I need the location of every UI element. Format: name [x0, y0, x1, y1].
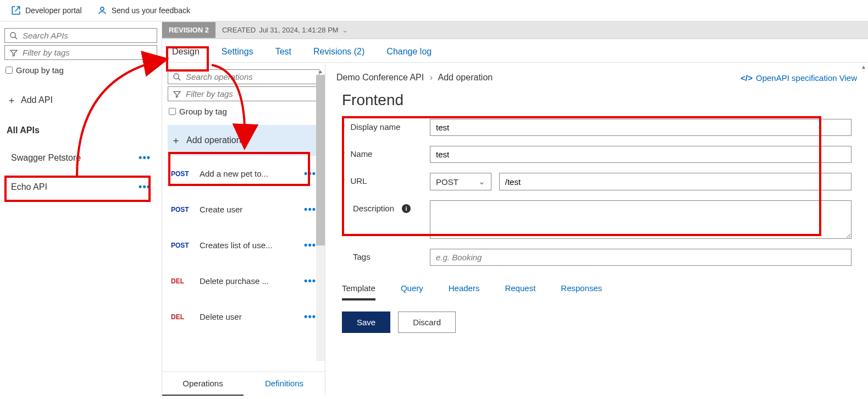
filter-operations-input[interactable] [186, 89, 314, 99]
filter-apis-box[interactable] [4, 45, 157, 60]
url-path-input[interactable] [499, 173, 852, 190]
tab-definitions[interactable]: Definitions [244, 372, 325, 396]
more-icon[interactable]: ••• [139, 152, 151, 163]
filter-apis-input[interactable] [23, 48, 152, 57]
main-content: Demo Conference API › Add operation </> … [325, 63, 868, 396]
method-badge: DEL [171, 313, 192, 321]
external-link-icon [11, 6, 21, 15]
add-operation-button[interactable]: ＋ Add operation [168, 125, 319, 156]
ops-group-by-tag-checkbox[interactable]: Group by tag [168, 103, 319, 119]
operation-name: Add a new pet to... [200, 169, 268, 178]
subtab-template[interactable]: Template [342, 283, 375, 300]
operation-item[interactable]: POST Creates list of use... ••• [168, 227, 319, 263]
discard-button[interactable]: Discard [398, 311, 456, 333]
group-by-tag-checkbox[interactable]: Group by tag [4, 62, 157, 78]
method-badge: POST [171, 170, 192, 178]
chevron-down-icon: ⌄ [342, 26, 348, 34]
api-item-echo-api[interactable]: Echo API ••• [4, 173, 157, 200]
info-icon[interactable]: i [402, 204, 411, 213]
tab-revisions[interactable]: Revisions (2) [313, 47, 364, 57]
api-item-label: Swagger Petstore [11, 153, 81, 163]
developer-portal-link[interactable]: Developer portal [11, 6, 82, 15]
method-badge: POST [171, 242, 192, 249]
feedback-link[interactable]: Send us your feedback [97, 6, 190, 15]
created-value: Jul 31, 2024, 1:41:28 PM [259, 26, 339, 34]
tab-settings[interactable]: Settings [222, 47, 253, 57]
feedback-label: Send us your feedback [112, 6, 190, 15]
group-by-tag-input[interactable] [5, 67, 13, 74]
tags-input[interactable] [430, 249, 852, 266]
required-indicator: * [342, 177, 345, 185]
all-apis-heading[interactable]: All APIs [4, 122, 157, 142]
description-input[interactable] [430, 200, 852, 239]
more-icon[interactable]: ••• [304, 311, 316, 323]
operation-item[interactable]: DEL Delete user ••• [168, 299, 319, 335]
revision-badge: REVISION 2 [162, 22, 215, 38]
required-indicator: * [342, 123, 345, 132]
ops-group-by-tag-input[interactable] [169, 108, 176, 115]
search-icon [173, 73, 181, 81]
subtab-query[interactable]: Query [401, 283, 423, 300]
method-badge: POST [171, 206, 192, 214]
created-label: CREATED [222, 26, 256, 34]
required-indicator: * [342, 150, 345, 158]
url-method-select[interactable]: POST ⌄ [430, 173, 491, 190]
plus-icon: ＋ [7, 94, 16, 107]
operation-item[interactable]: POST Add a new pet to... ••• [168, 156, 319, 192]
description-label: Description [353, 204, 394, 213]
developer-portal-label: Developer portal [25, 6, 82, 15]
breadcrumb-api[interactable]: Demo Conference API [336, 73, 424, 82]
api-sidebar: Group by tag ＋ Add API All APIs Swagger … [0, 21, 162, 396]
more-icon[interactable]: ••• [304, 204, 316, 215]
svg-point-1 [10, 32, 15, 37]
search-operations-box[interactable] [168, 69, 319, 84]
more-icon[interactable]: ••• [304, 168, 316, 179]
operations-panel: Group by tag ＋ Add operation POST Add a … [162, 63, 325, 396]
search-apis-input[interactable] [23, 31, 152, 40]
openapi-spec-link[interactable]: </> OpenAPI specification View [740, 73, 857, 83]
ops-group-by-tag-label: Group by tag [179, 107, 227, 116]
breadcrumb-current: Add operation [438, 73, 493, 82]
search-operations-input[interactable] [186, 72, 314, 81]
openapi-spec-label: OpenAPI specification View [756, 73, 857, 83]
display-name-input[interactable] [430, 119, 852, 136]
frontend-heading: Frontend [342, 91, 852, 109]
more-icon[interactable]: ••• [304, 275, 316, 287]
add-api-label: Add API [21, 95, 53, 105]
more-icon[interactable]: ••• [304, 239, 316, 251]
group-by-tag-label: Group by tag [16, 65, 64, 75]
main-scrollbar: ▲ [859, 63, 868, 396]
svg-point-2 [174, 74, 179, 79]
subtab-responses[interactable]: Responses [561, 283, 602, 300]
method-badge: DEL [171, 277, 192, 285]
revision-created[interactable]: CREATED Jul 31, 2024, 1:41:28 PM ⌄ [215, 26, 355, 34]
tab-design[interactable]: Design [172, 47, 200, 57]
search-icon [9, 31, 18, 40]
save-button[interactable]: Save [342, 311, 390, 333]
tab-operations[interactable]: Operations [162, 372, 244, 396]
scroll-up-icon: ▲ [859, 63, 868, 70]
operation-name: Delete user [200, 312, 242, 321]
add-api-button[interactable]: ＋ Add API [4, 80, 157, 120]
code-icon: </> [740, 73, 753, 83]
url-label: URL [350, 176, 367, 185]
operation-item[interactable]: POST Create user ••• [168, 192, 319, 227]
name-label: Name [350, 149, 372, 158]
frontend-subtabs: Template Query Headers Request Responses [342, 276, 852, 300]
operation-item[interactable]: DEL Delete purchase ... ••• [168, 263, 319, 299]
operation-name: Delete purchase ... [200, 276, 269, 286]
filter-icon [173, 90, 181, 99]
feedback-icon [97, 6, 107, 15]
tab-changelog[interactable]: Change log [386, 47, 432, 57]
breadcrumb-separator: › [430, 73, 433, 82]
more-icon[interactable]: ••• [139, 181, 151, 193]
operation-name: Create user [200, 205, 242, 214]
tab-test[interactable]: Test [275, 47, 291, 57]
api-item-swagger-petstore[interactable]: Swagger Petstore ••• [4, 144, 157, 171]
filter-operations-box[interactable] [168, 86, 319, 101]
name-input[interactable] [430, 146, 852, 163]
subtab-request[interactable]: Request [505, 283, 535, 300]
search-apis-box[interactable] [4, 28, 157, 43]
breadcrumb: Demo Conference API › Add operation [336, 73, 493, 83]
subtab-headers[interactable]: Headers [449, 283, 480, 300]
